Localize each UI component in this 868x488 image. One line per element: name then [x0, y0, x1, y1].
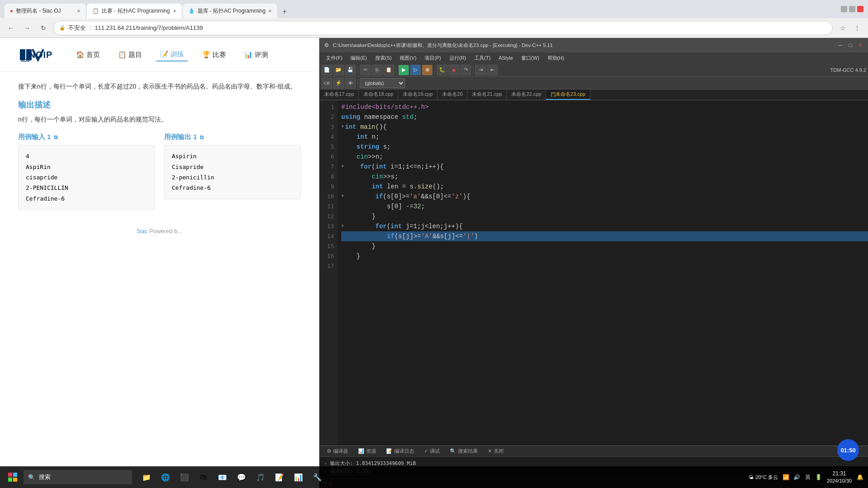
- taskbar-edge[interactable]: 🌐: [156, 468, 175, 486]
- menu-help[interactable]: 帮助(H): [544, 54, 568, 62]
- forward-button[interactable]: →: [21, 22, 33, 34]
- input-method-icon[interactable]: 英: [803, 473, 812, 482]
- tool-debug2[interactable]: ⚡: [333, 78, 344, 89]
- minimize-button[interactable]: [841, 6, 847, 12]
- fold-icon-7[interactable]: ▼: [341, 162, 344, 172]
- notification-icon[interactable]: 🔔: [855, 473, 864, 482]
- taskbar-terminal[interactable]: ⬛: [175, 468, 193, 486]
- settings-button[interactable]: ⋮: [851, 22, 863, 34]
- menu-window[interactable]: 窗口(W): [518, 54, 543, 62]
- chat-bubble-timer[interactable]: 01:50: [837, 439, 859, 461]
- taskbar-store[interactable]: 🛍: [194, 468, 212, 486]
- back-button[interactable]: ←: [5, 22, 17, 34]
- menu-search[interactable]: 搜索(S): [372, 54, 396, 62]
- taskbar-chat[interactable]: 💬: [232, 468, 250, 486]
- file-tab-18[interactable]: 未命名18.cpp: [359, 89, 398, 100]
- debug-icon: ✓: [424, 448, 428, 454]
- file-tab-17[interactable]: 未命名17.cpp: [320, 89, 359, 100]
- tab-1[interactable]: ● 整理药名 - 5iac OJ ✕: [5, 4, 86, 18]
- taskbar-search-placeholder: 搜索: [39, 473, 51, 481]
- ide-close[interactable]: ✕: [857, 42, 863, 48]
- tab-2-close[interactable]: ✕: [173, 9, 176, 14]
- nav-problems[interactable]: 📋 题目: [114, 49, 146, 61]
- ide-maximize[interactable]: □: [847, 42, 854, 48]
- toolbar-sep-1: [358, 66, 358, 75]
- file-tab-20[interactable]: 未命名20: [438, 89, 467, 100]
- taskbar-search-bar[interactable]: 🔍 搜索: [24, 470, 132, 484]
- chat-bubble-time: 01:50: [840, 447, 855, 454]
- taskbar-wps[interactable]: 📝: [270, 468, 288, 486]
- tool-watch[interactable]: 👁: [345, 78, 356, 89]
- taskbar-file-explorer[interactable]: 📁: [137, 468, 156, 486]
- fold-icon-10[interactable]: ▼: [341, 192, 344, 202]
- tool-stop[interactable]: ■: [448, 65, 459, 75]
- nav-home[interactable]: 🏠 首页: [72, 49, 104, 61]
- fold-icon-3[interactable]: ▼: [341, 122, 344, 132]
- volume-icon[interactable]: 🔊: [793, 473, 802, 482]
- menu-astyle[interactable]: AStyle: [495, 54, 517, 61]
- maximize-button[interactable]: [849, 6, 855, 12]
- tool-step[interactable]: ↷: [460, 65, 471, 75]
- file-tab-21[interactable]: 未命名21.cpp: [467, 89, 507, 100]
- file-tab-23[interactable]: [*]未命名23.cpp: [546, 89, 590, 100]
- tool-class-browser[interactable]: CB: [321, 78, 332, 89]
- tab-3[interactable]: 💧 题库 - 拓扑AC Programming ✕: [183, 4, 278, 18]
- tool-cut[interactable]: ✂: [360, 65, 371, 75]
- browser-tabs: ● 整理药名 - 5iac OJ ✕ 📋 比赛 - 拓扑AC Programmi…: [5, 0, 837, 18]
- refresh-button[interactable]: ↻: [37, 22, 50, 34]
- bookmark-button[interactable]: ☆: [836, 22, 849, 34]
- bottom-tab-close[interactable]: ✕ 关闭: [483, 447, 508, 455]
- tab-3-close[interactable]: ✕: [268, 9, 272, 14]
- menu-run[interactable]: 运行(R): [446, 54, 470, 62]
- copy-output-icon[interactable]: ⧉: [200, 134, 204, 141]
- input-line-1: 4: [26, 151, 147, 161]
- ide-minimize[interactable]: ─: [837, 42, 844, 48]
- tool-unindent[interactable]: ⇤: [487, 65, 498, 75]
- time-block[interactable]: 21:31 2024/10/30: [827, 470, 852, 484]
- bottom-tab-compiler[interactable]: ⚙ 编译器: [322, 447, 353, 455]
- tool-run[interactable]: ▷: [410, 65, 421, 75]
- tool-new[interactable]: 📄: [321, 65, 332, 75]
- nav-contest[interactable]: 🏆 比赛: [198, 49, 230, 61]
- bottom-tab-compile-log[interactable]: 📝 编译日志: [382, 447, 419, 455]
- bottom-tab-resources[interactable]: 📊 资源: [354, 447, 381, 455]
- nav-judge[interactable]: 📊 评测: [241, 49, 272, 61]
- close-button[interactable]: [857, 6, 863, 12]
- code-editor[interactable]: 1 2 3 4 5 6 7 8 9 10 11 12 13 14 15 16 1: [320, 100, 868, 446]
- network-icon[interactable]: 📶: [782, 473, 791, 482]
- file-tab-19[interactable]: 未命名19.cpp: [398, 89, 438, 100]
- new-tab-button[interactable]: +: [278, 5, 291, 18]
- code-content[interactable]: #include<bits/stdc++.h> using namespace …: [338, 100, 868, 446]
- tool-save[interactable]: 💾: [345, 65, 356, 75]
- bottom-tab-search[interactable]: 🔍 搜索结果: [445, 447, 482, 455]
- menu-project[interactable]: 项目(P): [421, 54, 445, 62]
- address-bar[interactable]: 🔒 不安全 | 111.231.64.211/training/7/proble…: [53, 21, 833, 35]
- bottom-tab-debug[interactable]: ✓ 调试: [420, 447, 444, 455]
- nav-training[interactable]: 📝 训练: [156, 48, 188, 61]
- menu-file[interactable]: 文件(F): [322, 54, 346, 62]
- tab-2[interactable]: 📋 比赛 - 拓扑AC Programming ✕: [87, 4, 182, 18]
- menu-tools[interactable]: 工具(T): [471, 54, 494, 62]
- tool-compile-run[interactable]: ⊕: [422, 65, 433, 75]
- tab-1-close[interactable]: ✕: [77, 9, 80, 14]
- file-tab-22[interactable]: 未命名22.cpp: [507, 89, 546, 100]
- start-button[interactable]: [4, 468, 22, 486]
- globals-dropdown[interactable]: (globals): [360, 78, 405, 88]
- code-line-12: }: [341, 211, 868, 221]
- taskbar-music[interactable]: 🎵: [251, 468, 269, 486]
- tool-copy[interactable]: ⎘: [372, 65, 382, 75]
- taskbar-extra2[interactable]: 🔧: [308, 468, 326, 486]
- tool-open[interactable]: 📂: [333, 65, 344, 75]
- taskbar-extra1[interactable]: 📊: [289, 468, 307, 486]
- taskbar-mail[interactable]: 📧: [213, 468, 231, 486]
- tab-3-title: 题库 - 拓扑AC Programming: [198, 7, 266, 15]
- copy-input-icon[interactable]: ⧉: [54, 134, 58, 141]
- menu-edit[interactable]: 编辑(E): [347, 54, 371, 62]
- tool-paste[interactable]: 📋: [383, 65, 394, 75]
- battery-icon[interactable]: 🔋: [814, 473, 823, 482]
- menu-view[interactable]: 视图(V): [396, 54, 420, 62]
- fold-icon-13[interactable]: ▼: [341, 221, 344, 231]
- tool-compile[interactable]: ▶: [398, 65, 409, 75]
- tool-debug[interactable]: 🐛: [437, 65, 448, 75]
- tool-indent[interactable]: ⇥: [475, 65, 486, 75]
